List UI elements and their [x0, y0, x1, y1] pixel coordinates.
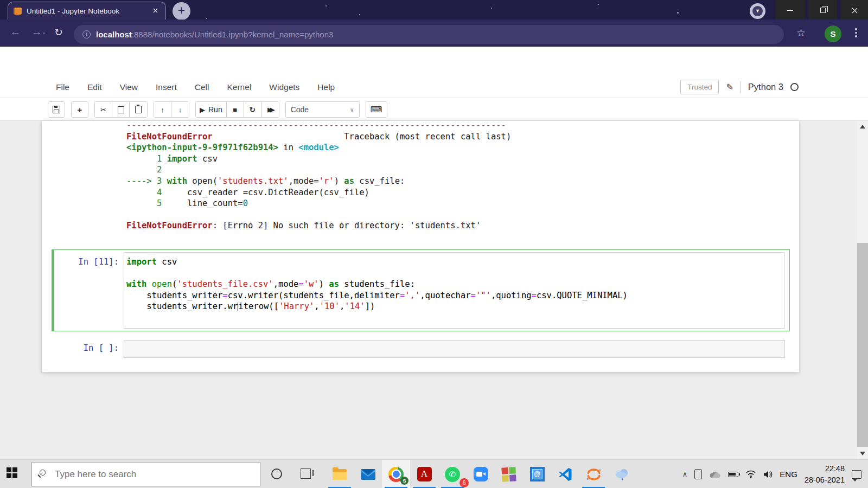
menu-kernel[interactable]: Kernel: [227, 82, 252, 92]
save-button[interactable]: [48, 101, 65, 118]
move-down-button[interactable]: ↓: [171, 102, 189, 117]
bookmark-star-icon[interactable]: ☆: [796, 27, 806, 39]
empty-code-cell[interactable]: In [ ]:: [52, 339, 790, 359]
action-center-icon[interactable]: [852, 470, 861, 479]
move-up-button[interactable]: ↑: [154, 102, 171, 117]
browser-menu-icon[interactable]: [855, 28, 857, 37]
copy-button[interactable]: [112, 102, 130, 117]
restart-run-all-button[interactable]: ▶▶: [261, 102, 279, 117]
cell-prompt: In [ ]:: [54, 340, 124, 358]
whatsapp-app[interactable]: ✆ 6: [438, 460, 467, 488]
browser-nav-bar: ← → ↻ i localhost:8888/notebooks/Untitle…: [0, 20, 868, 47]
menu-edit[interactable]: Edit: [87, 82, 102, 92]
windows-taskbar: S A ✆ 6 @: [0, 459, 868, 488]
menu-widgets[interactable]: Widgets: [269, 82, 299, 92]
vscode-app[interactable]: [551, 460, 579, 488]
acrobat-app[interactable]: A: [410, 460, 438, 488]
mail-app[interactable]: [354, 460, 382, 488]
command-palette-button[interactable]: ⌨: [366, 101, 387, 118]
wallpaper-star: [491, 8, 492, 9]
battery-icon[interactable]: [728, 472, 738, 477]
paste-button[interactable]: [130, 102, 147, 117]
run-group: ▶Run ■ ↻ ▶▶: [195, 101, 279, 118]
tab-close-icon[interactable]: [150, 6, 160, 16]
volume-icon[interactable]: [763, 470, 773, 479]
kernel-name: Python 3: [748, 82, 783, 92]
menu-file[interactable]: File: [56, 82, 69, 92]
menu-cell[interactable]: Cell: [195, 82, 209, 92]
colored-blocks-app[interactable]: [495, 460, 523, 488]
reload-button[interactable]: ↻: [51, 26, 66, 38]
language-indicator[interactable]: ENG: [780, 470, 797, 479]
jupyter-app[interactable]: [579, 460, 608, 488]
forward-button[interactable]: →: [29, 26, 44, 38]
whatsapp-icon: ✆: [445, 467, 460, 482]
minimize-button[interactable]: [776, 0, 805, 21]
start-button[interactable]: [7, 467, 17, 478]
jupyter-icon: [586, 467, 601, 481]
cell-type-value: Code: [291, 105, 309, 114]
close-button[interactable]: [841, 0, 868, 21]
notebook-scroll-area[interactable]: ----------------------------------------…: [0, 121, 868, 459]
cortana-icon[interactable]: [271, 468, 282, 479]
jupyter-menu-bar: File Edit View Insert Cell Kernel Widget…: [0, 76, 868, 98]
kernel-idle-icon: [790, 83, 799, 91]
chrome-app[interactable]: S: [382, 460, 410, 488]
error-traceback-output: ----------------------------------------…: [126, 120, 511, 232]
clock[interactable]: 22:48 28-06-2021: [805, 463, 845, 485]
profile-avatar[interactable]: S: [825, 25, 841, 42]
file-explorer-app[interactable]: [326, 460, 354, 488]
maximize-button[interactable]: [808, 0, 837, 21]
weather-app[interactable]: [608, 460, 636, 488]
scroll-down-arrow[interactable]: [860, 452, 865, 455]
add-cell-button[interactable]: +: [71, 101, 88, 118]
task-view-icon[interactable]: [301, 468, 311, 479]
cut-button[interactable]: ✂: [95, 102, 112, 117]
browser-tab[interactable]: Untitled1 - Jupyter Notebook: [8, 2, 166, 20]
media-controls-icon: ▼: [752, 6, 763, 16]
run-icon: ▶: [200, 106, 205, 114]
trusted-button[interactable]: Trusted: [680, 80, 719, 94]
menu-view[interactable]: View: [120, 82, 138, 92]
wifi-icon[interactable]: [745, 470, 756, 478]
scroll-up-arrow[interactable]: [860, 125, 865, 129]
your-phone-icon[interactable]: [694, 469, 702, 479]
menu-insert[interactable]: Insert: [156, 82, 177, 92]
code-cell-selected[interactable]: In [11]: import csv with open('students_…: [52, 249, 790, 331]
info-icon[interactable]: i: [82, 30, 91, 38]
wallpaper-star: [326, 5, 327, 7]
chrome-profile-badge: S: [400, 477, 409, 485]
cell-type-dropdown[interactable]: Code ∨: [285, 101, 360, 118]
zoom-app[interactable]: [467, 460, 495, 488]
address-bar[interactable]: i localhost:8888/notebooks/Untitled1.ipy…: [74, 25, 784, 44]
tray-chevron-icon[interactable]: ∧: [682, 470, 688, 478]
url-text[interactable]: localhost:8888/notebooks/Untitled1.ipynb…: [96, 30, 333, 39]
code-editor-empty[interactable]: [124, 340, 785, 358]
scrollbar-thumb[interactable]: [857, 243, 868, 447]
zoom-icon: [474, 467, 488, 481]
new-tab-button[interactable]: +: [173, 2, 190, 20]
blue-spiral-app-icon: @: [530, 467, 545, 481]
taskbar-search[interactable]: [31, 462, 260, 486]
back-button[interactable]: ←: [8, 26, 23, 38]
onedrive-icon[interactable]: [709, 471, 721, 478]
stop-button[interactable]: ■: [227, 102, 244, 117]
file-explorer-icon: [333, 469, 347, 480]
run-button[interactable]: ▶Run: [196, 102, 227, 117]
wallpaper-star: [598, 4, 599, 5]
media-controls-button[interactable]: ▼: [750, 3, 765, 19]
run-label: Run: [208, 105, 222, 114]
vscode-icon: [558, 467, 572, 481]
cell-prompt: In [11]:: [54, 252, 124, 329]
restore-icon: [820, 8, 826, 13]
chevron-down-icon: ∨: [350, 106, 354, 113]
restart-kernel-button[interactable]: ↻: [244, 102, 261, 117]
blue-spiral-app[interactable]: @: [523, 460, 551, 488]
search-input[interactable]: [55, 463, 256, 486]
edit-pencil-icon[interactable]: ✎: [726, 82, 733, 92]
jupyter-header: jupyter Untitled1 Last Checkpoint: 9 hou…: [0, 47, 868, 76]
browser-scrollbar[interactable]: [857, 121, 868, 459]
menu-help[interactable]: Help: [317, 82, 335, 92]
search-icon: [40, 470, 46, 476]
code-editor[interactable]: import csv with open('students_file.csv'…: [124, 252, 784, 329]
